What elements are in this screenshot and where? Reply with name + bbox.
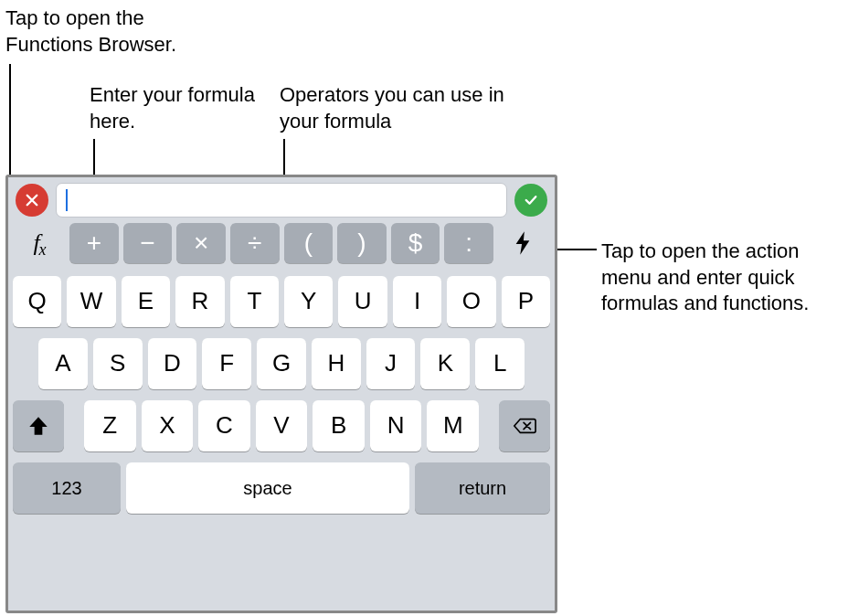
key-k[interactable]: K <box>420 338 470 389</box>
operator-colon[interactable]: : <box>444 223 493 263</box>
key-j[interactable]: J <box>366 338 416 389</box>
operator-divide[interactable]: ÷ <box>230 223 280 263</box>
shift-icon <box>26 414 50 438</box>
key-b[interactable]: B <box>313 400 365 451</box>
key-w[interactable]: W <box>67 276 115 327</box>
backspace-icon <box>513 414 536 438</box>
operator-open-paren[interactable]: ( <box>284 223 334 263</box>
key-e[interactable]: E <box>122 276 170 327</box>
key-c[interactable]: C <box>198 400 250 451</box>
lightning-icon <box>513 229 533 257</box>
key-q[interactable]: Q <box>13 276 61 327</box>
callout-enter-formula: Enter your formula here. <box>90 82 272 134</box>
formula-input-row <box>8 177 555 218</box>
callout-operators: Operators you can use in your formula <box>280 82 517 134</box>
fx-icon: fx <box>33 228 47 259</box>
keyboard-row-3: Z X C V B N M <box>13 400 550 451</box>
key-y[interactable]: Y <box>284 276 333 327</box>
operator-multiply[interactable]: × <box>176 223 226 263</box>
key-n[interactable]: N <box>370 400 422 451</box>
functions-browser-button[interactable]: fx <box>16 223 65 263</box>
keyboard-row-1: Q W E R T Y U I O P <box>13 276 550 327</box>
action-menu-button[interactable] <box>498 223 547 263</box>
key-g[interactable]: G <box>257 338 306 389</box>
formula-input[interactable] <box>56 183 507 218</box>
callout-action-menu: Tap to open the action menu and enter qu… <box>601 239 830 317</box>
key-z[interactable]: Z <box>84 400 136 451</box>
operator-close-paren[interactable]: ) <box>337 223 387 263</box>
key-f[interactable]: F <box>202 338 251 389</box>
key-t[interactable]: T <box>230 276 279 327</box>
formula-editor-panel: fx + − × ÷ ( ) $ : Q W E R T Y U I O P A <box>5 175 557 613</box>
key-space[interactable]: space <box>126 462 409 514</box>
operator-plus[interactable]: + <box>69 223 119 263</box>
key-l[interactable]: L <box>475 338 525 389</box>
key-d[interactable]: D <box>148 338 197 389</box>
onscreen-keyboard: Q W E R T Y U I O P A S D F G H J K L <box>8 271 555 521</box>
confirm-button[interactable] <box>514 184 547 217</box>
close-icon <box>24 192 40 208</box>
key-r[interactable]: R <box>175 276 224 327</box>
key-s[interactable]: S <box>93 338 143 389</box>
key-a[interactable]: A <box>38 338 88 389</box>
callout-functions-browser: Tap to open the Functions Browser. <box>5 5 216 58</box>
key-m[interactable]: M <box>427 400 479 451</box>
key-x[interactable]: X <box>142 400 194 451</box>
checkmark-icon <box>523 192 539 208</box>
operator-minus[interactable]: − <box>123 223 173 263</box>
text-cursor <box>66 189 68 211</box>
key-backspace[interactable] <box>499 400 550 451</box>
key-i[interactable]: I <box>393 276 441 327</box>
key-numbers[interactable]: 123 <box>13 462 121 514</box>
operator-row: fx + − × ÷ ( ) $ : <box>8 218 555 271</box>
keyboard-row-4: 123 space return <box>13 462 550 514</box>
key-u[interactable]: U <box>338 276 387 327</box>
key-return[interactable]: return <box>415 462 550 514</box>
cancel-button[interactable] <box>16 184 48 217</box>
key-shift[interactable] <box>13 400 64 451</box>
key-p[interactable]: P <box>502 276 550 327</box>
operator-dollar[interactable]: $ <box>391 223 440 263</box>
key-h[interactable]: H <box>312 338 361 389</box>
keyboard-row-2: A S D F G H J K L <box>13 338 550 389</box>
key-v[interactable]: V <box>256 400 308 451</box>
leader-line <box>553 249 597 250</box>
key-o[interactable]: O <box>447 276 495 327</box>
